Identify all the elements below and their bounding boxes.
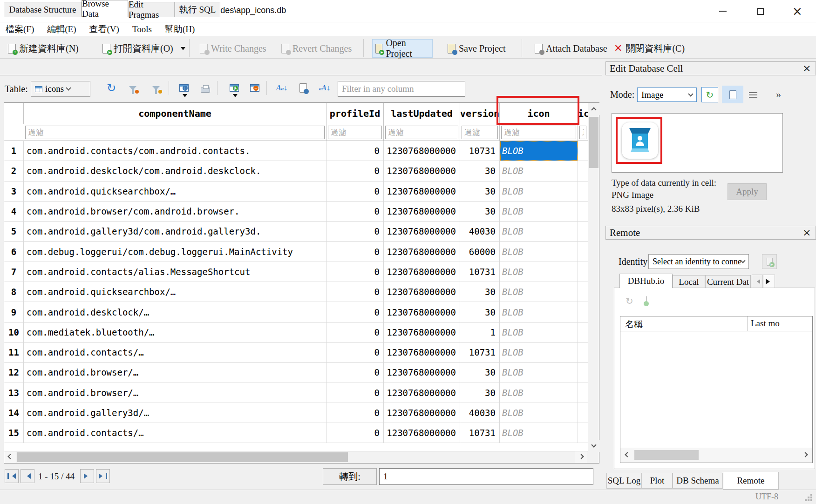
open-project-button[interactable]: ▸ Open Project — [372, 39, 433, 58]
grid-cell-componentname[interactable]: com.android.gallery3d/com.android.galler… — [24, 222, 326, 242]
grid-cell-version[interactable]: 40030 — [460, 403, 500, 423]
row-number-cell[interactable]: 14 — [4, 403, 24, 423]
import-certificate-button[interactable]: ▸ — [762, 254, 777, 269]
grid-cell-componentname[interactable]: com.android.browser/… — [24, 383, 326, 403]
grid-cell-lastupdated[interactable]: 1230768000000 — [384, 383, 460, 403]
grid-cell-icon[interactable]: BLOB — [500, 161, 578, 181]
grid-cell-componentname[interactable]: com.android.contacts/… — [24, 423, 326, 443]
grid-cell-version[interactable]: 30 — [460, 302, 500, 322]
menu-view[interactable]: 查看(V) — [89, 23, 119, 35]
grid-cell-partial[interactable] — [578, 242, 588, 262]
grid-cell-componentname[interactable]: com.android.quicksearchbox/… — [24, 282, 326, 302]
remote-tab-dbhub[interactable]: DBHub.io — [619, 274, 673, 288]
scroll-left-button[interactable] — [4, 451, 16, 463]
scroll-right-button[interactable] — [799, 450, 811, 461]
vertical-scroll-thumb[interactable] — [589, 117, 598, 168]
revert-changes-button[interactable]: Revert Changes — [279, 41, 354, 56]
remote-list-column-lastmodified[interactable]: Last mo — [751, 318, 812, 329]
grid-cell-lastupdated[interactable]: 1230768000000 — [384, 222, 460, 242]
grid-cell-partial[interactable] — [578, 141, 588, 161]
row-number-cell[interactable]: 5 — [4, 222, 24, 242]
apply-button[interactable]: Apply — [728, 183, 767, 200]
goto-record-input[interactable] — [379, 468, 593, 485]
tab-scroll-left-button[interactable] — [752, 275, 763, 289]
row-number-cell[interactable]: 10 — [4, 323, 24, 343]
menu-help[interactable]: 幫助(H) — [165, 23, 195, 35]
row-number-cell[interactable]: 2 — [4, 161, 24, 181]
grid-cell-icon[interactable]: BLOB — [500, 282, 578, 302]
import-data-button[interactable]: ↻ — [701, 87, 718, 102]
save-table-dropdown-arrow[interactable] — [183, 94, 187, 100]
horizontal-scrollbar[interactable] — [4, 451, 588, 463]
filter-lastupdated-input[interactable] — [385, 126, 458, 139]
remote-tab-local[interactable]: Local — [673, 275, 705, 288]
tab-scroll-right-button[interactable] — [763, 275, 775, 289]
open-database-button[interactable]: ▸ 打開資料庫(O) — [100, 41, 176, 56]
grid-cell-lastupdated[interactable]: 1230768000000 — [384, 363, 460, 383]
clear-filters-button[interactable] — [125, 80, 141, 96]
scroll-up-button[interactable] — [588, 103, 599, 115]
remote-list-hscrollbar[interactable] — [620, 448, 812, 463]
text-view-toggle-button[interactable] — [722, 86, 743, 103]
grid-cell-componentname[interactable]: com.android.gallery3d/… — [24, 403, 326, 423]
global-filter-input[interactable] — [338, 81, 465, 97]
grid-cell-version[interactable]: 10731 — [460, 262, 500, 282]
tab-execute-sql[interactable]: 執行 SQL — [175, 2, 220, 17]
word-wrap-icon[interactable] — [749, 92, 757, 93]
grid-cell-profileid[interactable]: 0 — [326, 222, 384, 242]
grid-cell-lastupdated[interactable]: 1230768000000 — [384, 343, 460, 363]
column-header-componentname[interactable]: componentName — [24, 103, 326, 124]
grid-cell-lastupdated[interactable]: 1230768000000 — [384, 181, 460, 202]
close-database-button[interactable]: ✕ 關閉資料庫(C) — [611, 41, 687, 56]
remote-tab-current-database[interactable]: Current Dat — [705, 275, 751, 288]
grid-cell-partial[interactable] — [578, 383, 588, 403]
delete-record-button[interactable]: − — [247, 80, 263, 96]
grid-cell-icon[interactable]: BLOB — [500, 403, 578, 423]
scroll-left-button[interactable] — [621, 450, 633, 461]
resize-grip[interactable] — [810, 494, 812, 496]
attach-database-button[interactable]: Attach Database — [532, 41, 610, 56]
first-page-button[interactable] — [5, 469, 19, 483]
column-header-icon[interactable]: icon — [500, 103, 578, 124]
close-panel-icon[interactable]: × — [802, 228, 811, 238]
grid-cell-partial[interactable] — [578, 323, 588, 343]
grid-cell-icon[interactable]: BLOB — [500, 363, 578, 383]
grid-cell-partial[interactable] — [578, 222, 588, 242]
tab-browse-data[interactable]: Browse Data — [82, 0, 128, 17]
print-button[interactable] — [197, 80, 213, 96]
grid-cell-version[interactable]: 30 — [460, 363, 500, 383]
grid-cell-version[interactable]: 30 — [460, 383, 500, 403]
row-number-cell[interactable]: 4 — [4, 202, 24, 222]
dock-tab-remote[interactable]: Remote — [723, 472, 779, 490]
grid-cell-lastupdated[interactable]: 1230768000000 — [384, 403, 460, 423]
grid-cell-componentname[interactable]: com.android.quicksearchbox/… — [24, 181, 326, 202]
toolbar-overflow-icon[interactable]: » — [776, 88, 781, 101]
new-database-button[interactable]: + 新建資料庫(N) — [5, 41, 82, 56]
sort-ascending-button[interactable]: Aa↓ — [274, 80, 290, 96]
scroll-down-button[interactable] — [588, 440, 599, 452]
row-number-cell[interactable]: 15 — [4, 423, 24, 443]
table-selector[interactable]: icons — [31, 81, 90, 97]
grid-cell-lastupdated[interactable]: 1230768000000 — [384, 202, 460, 222]
last-page-button[interactable] — [96, 469, 110, 483]
grid-cell-partial[interactable] — [578, 363, 588, 383]
maximize-button[interactable] — [751, 4, 769, 19]
row-number-cell[interactable]: 12 — [4, 363, 24, 383]
grid-cell-partial[interactable] — [578, 181, 588, 202]
mode-selector[interactable]: Image — [637, 87, 697, 102]
grid-cell-partial[interactable] — [578, 403, 588, 423]
grid-cell-lastupdated[interactable]: 1230768000000 — [384, 161, 460, 181]
grid-cell-profileid[interactable]: 0 — [326, 323, 384, 343]
horizontal-scroll-thumb[interactable] — [17, 452, 348, 462]
clone-database-icon[interactable] — [646, 296, 647, 305]
row-number-cell[interactable]: 7 — [4, 262, 24, 282]
grid-cell-partial[interactable] — [578, 202, 588, 222]
grid-cell-lastupdated[interactable]: 1230768000000 — [384, 242, 460, 262]
grid-cell-profileid[interactable]: 0 — [326, 262, 384, 282]
grid-cell-icon[interactable]: BLOB — [500, 423, 578, 443]
grid-cell-profileid[interactable]: 0 — [326, 423, 384, 443]
previous-page-button[interactable] — [20, 469, 34, 483]
filter-icon-input[interactable] — [501, 126, 576, 139]
grid-cell-version[interactable]: 30 — [460, 181, 500, 202]
grid-cell-profileid[interactable]: 0 — [326, 282, 384, 302]
